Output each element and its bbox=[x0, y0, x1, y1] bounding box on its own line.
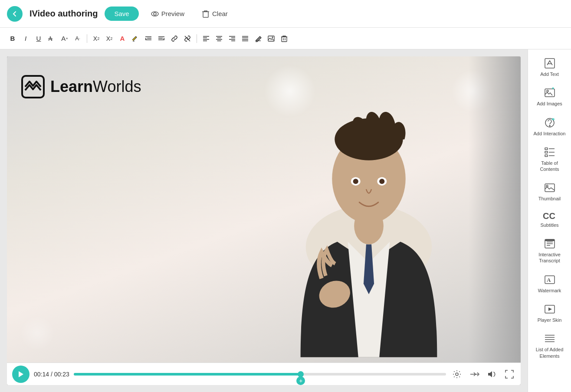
font-increase-button[interactable]: A+ bbox=[59, 33, 70, 44]
svg-point-0 bbox=[154, 13, 156, 15]
back-button[interactable] bbox=[7, 6, 23, 22]
play-button[interactable] bbox=[12, 366, 30, 383]
add-text-icon bbox=[544, 57, 556, 69]
delete-toolbar-button[interactable] bbox=[279, 33, 290, 44]
svg-rect-6 bbox=[147, 38, 151, 39]
volume-button[interactable] bbox=[486, 369, 499, 380]
progress-bar[interactable] bbox=[74, 373, 446, 376]
interactive-transcript-icon bbox=[544, 238, 556, 250]
sidebar-item-table-of-contents[interactable]: Table of Contents bbox=[530, 142, 569, 177]
svg-rect-2 bbox=[203, 12, 208, 17]
svg-rect-15 bbox=[203, 40, 207, 41]
subscript-button[interactable]: X2 bbox=[91, 33, 102, 44]
font-color-button[interactable]: A bbox=[117, 33, 128, 44]
add-marker-button[interactable]: + bbox=[296, 376, 305, 385]
list-of-added-elements-icon bbox=[544, 333, 556, 345]
clear-button[interactable]: Clear bbox=[197, 7, 233, 21]
svg-rect-19 bbox=[217, 40, 221, 41]
preview-button[interactable]: Preview bbox=[146, 7, 190, 21]
svg-rect-63 bbox=[545, 239, 555, 241]
align-left-button[interactable] bbox=[200, 33, 212, 44]
table-of-contents-icon bbox=[544, 146, 556, 158]
watermark-icon: A bbox=[544, 274, 556, 286]
formatting-toolbar: B I U A A+ A- X2 X2 A bbox=[0, 28, 571, 49]
sidebar-item-subtitles[interactable]: CC Subtitles bbox=[530, 207, 569, 232]
superscript-button[interactable]: X2 bbox=[104, 33, 115, 44]
svg-rect-14 bbox=[203, 39, 209, 40]
sidebar-item-thumbnail-label: Thumbnail bbox=[538, 196, 561, 202]
svg-rect-24 bbox=[242, 36, 248, 37]
sidebar-item-subtitles-label: Subtitles bbox=[540, 222, 558, 228]
align-center-button[interactable] bbox=[213, 33, 225, 44]
fullscreen-button[interactable] bbox=[503, 368, 515, 380]
svg-text:A: A bbox=[48, 36, 53, 42]
unlink-button[interactable] bbox=[182, 33, 193, 44]
indent-right-button[interactable] bbox=[156, 33, 167, 44]
sidebar-item-add-text[interactable]: Add Text bbox=[530, 53, 569, 82]
highlight-button[interactable] bbox=[130, 33, 141, 44]
svg-point-42 bbox=[379, 179, 384, 184]
strikethrough-button[interactable]: A bbox=[46, 33, 57, 44]
svg-rect-13 bbox=[203, 37, 207, 38]
sidebar-item-add-images[interactable]: Add Images bbox=[530, 82, 569, 111]
svg-rect-22 bbox=[229, 39, 235, 40]
bold-button[interactable]: B bbox=[7, 33, 18, 44]
eraser-button[interactable] bbox=[253, 33, 264, 44]
svg-rect-51 bbox=[545, 151, 548, 153]
svg-point-49 bbox=[549, 125, 550, 126]
svg-rect-50 bbox=[545, 148, 548, 150]
progress-wrapper[interactable]: + bbox=[74, 373, 446, 376]
svg-rect-26 bbox=[242, 39, 248, 40]
sidebar-item-add-images-label: Add Images bbox=[537, 101, 562, 107]
svg-rect-5 bbox=[145, 36, 151, 37]
sidebar-item-list-of-added-elements[interactable]: List of Added Elements bbox=[530, 328, 569, 363]
svg-rect-10 bbox=[158, 39, 164, 40]
add-images-icon bbox=[544, 87, 556, 99]
speed-button[interactable] bbox=[468, 369, 482, 379]
svg-rect-20 bbox=[229, 36, 235, 37]
sidebar-item-table-of-contents-label: Table of Contents bbox=[532, 160, 568, 173]
sidebar-item-add-text-label: Add Text bbox=[540, 71, 559, 77]
font-decrease-button[interactable]: A- bbox=[72, 33, 83, 44]
subtitles-icon: CC bbox=[543, 212, 557, 220]
video-frame: LearnWorlds bbox=[7, 56, 521, 385]
svg-rect-45 bbox=[545, 59, 555, 68]
svg-rect-8 bbox=[158, 36, 164, 37]
svg-rect-23 bbox=[231, 40, 235, 41]
svg-point-44 bbox=[456, 373, 458, 376]
link-button[interactable] bbox=[169, 33, 180, 44]
svg-rect-21 bbox=[231, 37, 235, 38]
underline-button[interactable]: U bbox=[33, 33, 44, 44]
svg-rect-52 bbox=[545, 155, 548, 157]
player-skin-icon bbox=[544, 303, 556, 315]
image-insert-button[interactable] bbox=[266, 33, 277, 44]
svg-text:CC: CC bbox=[543, 212, 555, 220]
svg-point-47 bbox=[547, 90, 548, 92]
svg-rect-31 bbox=[282, 37, 287, 42]
sidebar-item-thumbnail[interactable]: Thumbnail bbox=[530, 177, 569, 206]
save-button[interactable]: Save bbox=[105, 7, 138, 21]
align-right-button[interactable] bbox=[226, 33, 238, 44]
settings-button[interactable] bbox=[450, 368, 463, 381]
toolbar-sep-2 bbox=[197, 34, 197, 43]
sidebar-item-interactive-transcript-label: Interactive Transcript bbox=[532, 252, 568, 264]
sidebar-item-interactive-transcript[interactable]: Interactive Transcript bbox=[530, 233, 569, 268]
italic-button[interactable]: I bbox=[20, 33, 31, 44]
indent-left-button[interactable] bbox=[143, 33, 154, 44]
thumbnail-icon bbox=[544, 182, 556, 194]
svg-text:A: A bbox=[547, 277, 551, 283]
add-interaction-icon bbox=[544, 117, 556, 129]
right-sidebar: Add Text Add Images bbox=[528, 49, 571, 392]
align-justify-button[interactable] bbox=[240, 33, 251, 44]
svg-rect-27 bbox=[242, 40, 248, 41]
sidebar-item-player-skin[interactable]: Player Skin bbox=[530, 299, 569, 327]
svg-rect-25 bbox=[242, 37, 248, 38]
svg-rect-17 bbox=[217, 37, 221, 38]
toolbar-sep-1 bbox=[87, 34, 87, 43]
sidebar-item-watermark[interactable]: A Watermark bbox=[530, 269, 569, 298]
sidebar-item-add-interaction[interactable]: Add Interaction bbox=[530, 112, 569, 141]
sidebar-item-add-interaction-label: Add Interaction bbox=[534, 131, 566, 137]
video-player[interactable]: LearnWorlds bbox=[7, 56, 521, 385]
sidebar-item-player-skin-label: Player Skin bbox=[538, 317, 562, 323]
svg-rect-16 bbox=[216, 36, 222, 37]
